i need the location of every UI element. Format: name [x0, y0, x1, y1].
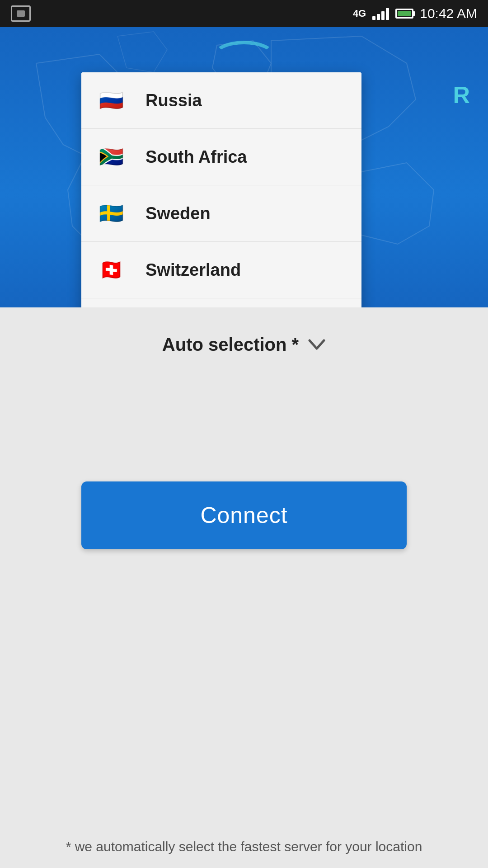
flag-sweden: 🇸🇪: [95, 203, 127, 224]
status-time: 10:42 AM: [420, 6, 477, 21]
connect-button-label: Connect: [200, 502, 287, 528]
dropdown-item-sweden[interactable]: 🇸🇪 Sweden: [81, 185, 361, 242]
wifi-arc-outer: [212, 41, 276, 72]
footer-note: * we automatically select the fastest se…: [0, 839, 488, 854]
signal-bar-4: [386, 8, 389, 20]
country-name-switzerland: Switzerland: [145, 260, 241, 280]
connect-button[interactable]: Connect: [81, 481, 407, 549]
flag-south-africa: 🇿🇦: [95, 146, 127, 168]
signal-bar-2: [377, 14, 380, 20]
dropdown-item-russia[interactable]: 🇷🇺 Russia: [81, 72, 361, 129]
dropdown-item-south-africa[interactable]: 🇿🇦 South Africa: [81, 129, 361, 185]
status-bar: 4G 10:42 AM: [0, 0, 488, 27]
signal-bars: [372, 7, 389, 20]
country-name-south-africa: South Africa: [145, 147, 247, 167]
signal-bar-3: [381, 11, 385, 20]
country-dropdown-list[interactable]: 🇷🇺 Russia 🇿🇦 South Africa 🇸🇪 Sweden 🇨🇭 S…: [81, 72, 361, 307]
battery-icon: [395, 9, 413, 19]
status-bar-right: 4G 10:42 AM: [353, 6, 477, 21]
country-name-russia: Russia: [145, 91, 202, 110]
country-name-sweden: Sweden: [145, 204, 211, 223]
chevron-down-icon: [308, 339, 326, 351]
dropdown-item-united-kingdom[interactable]: 🇬🇧 United Kingdom: [81, 298, 361, 307]
network-type: 4G: [353, 9, 366, 19]
auto-selection-label: Auto selection *: [162, 335, 299, 355]
screenshot-icon: [11, 5, 31, 22]
flag-switzerland: 🇨🇭: [95, 259, 127, 281]
app-background: R 🇷🇺 Russia 🇿🇦 South Africa 🇸🇪 Sweden 🇨🇭…: [0, 27, 488, 307]
dropdown-item-switzerland[interactable]: 🇨🇭 Switzerland: [81, 242, 361, 298]
lower-section: Auto selection * Connect * we automatica…: [0, 307, 488, 868]
battery-fill: [398, 11, 411, 16]
flag-russia: 🇷🇺: [95, 90, 127, 111]
signal-bar-1: [372, 16, 375, 20]
app-title-partial: R: [453, 81, 470, 108]
auto-selection-row[interactable]: Auto selection *: [162, 335, 326, 355]
status-bar-left: [11, 5, 31, 22]
auto-selection-arrow[interactable]: [308, 336, 326, 354]
